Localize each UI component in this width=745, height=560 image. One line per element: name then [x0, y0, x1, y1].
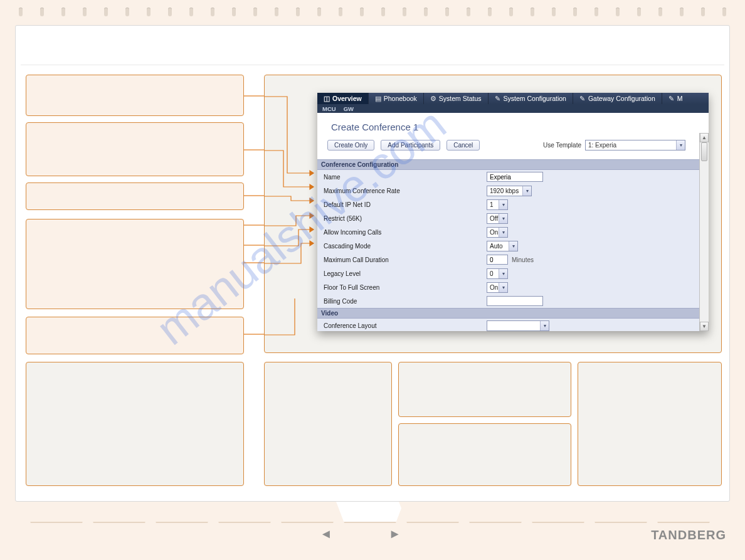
chapter-tab[interactable]: [85, 502, 153, 523]
cancel-button[interactable]: Cancel: [446, 140, 480, 151]
chevron-down-icon: ▾: [540, 321, 549, 330]
page-title: Create Conference 1: [317, 113, 699, 140]
field-max-call-duration: Maximum Call Duration Minutes: [317, 253, 699, 267]
cascading-mode-select[interactable]: Auto ▾: [487, 241, 518, 251]
vertical-scrollbar[interactable]: ▲ ▼: [699, 133, 709, 331]
svg-marker-3: [310, 213, 314, 218]
tab-label: M: [677, 95, 683, 102]
restrict-56k-select[interactable]: Off ▾: [487, 213, 508, 224]
conference-config-fields: Name Maximum Conference Rate 1920 kbps ▾: [317, 170, 699, 308]
field-floor-to-fullscreen: Floor To Full Screen On ▾: [317, 280, 699, 294]
chapter-tab[interactable]: [273, 502, 341, 523]
legacy-level-select[interactable]: 0 ▾: [487, 268, 508, 279]
tab-label: System Configuration: [504, 95, 566, 102]
app-window: ◫ Overview ▤ Phonebook ⚙ System Status ✎…: [317, 93, 709, 331]
field-label: Name: [324, 174, 487, 181]
select-value: 1920 kbps: [490, 188, 522, 194]
chapter-tab[interactable]: [524, 502, 592, 523]
select-value: Auto: [490, 243, 509, 250]
app-body: Create Conference 1 Create Only Add Part…: [317, 113, 709, 331]
field-cascading-mode: Cascading Mode Auto ▾: [317, 239, 699, 253]
tab-truncated[interactable]: ✎ M: [662, 93, 689, 104]
scroll-down-icon[interactable]: ▼: [700, 322, 709, 331]
floor-fullscreen-select[interactable]: On ▾: [487, 282, 508, 293]
allow-incoming-select[interactable]: On ▾: [487, 227, 508, 238]
tab-label: Gateway Configuration: [588, 95, 655, 102]
subnav-mcu[interactable]: MCU: [322, 105, 336, 112]
select-value: Off: [490, 215, 499, 222]
select-value: 0: [490, 270, 499, 277]
conference-layout-select[interactable]: ▾: [487, 320, 549, 331]
billing-code-input[interactable]: [487, 296, 543, 306]
scroll-up-icon[interactable]: ▲: [700, 133, 709, 142]
secondary-nav: MCU GW: [317, 104, 709, 113]
chapter-tab[interactable]: [399, 502, 467, 523]
form-content: Create Conference 1 Create Only Add Part…: [317, 113, 699, 331]
name-input[interactable]: [487, 172, 543, 182]
chevron-down-icon: ▾: [499, 200, 507, 209]
select-value: On: [490, 229, 499, 236]
field-label: Restrict (56K): [324, 215, 487, 222]
primary-nav-tabs: ◫ Overview ▤ Phonebook ⚙ System Status ✎…: [317, 93, 709, 104]
divider: [21, 65, 724, 65]
section-header-video: Video: [317, 308, 699, 319]
create-only-button[interactable]: Create Only: [327, 140, 374, 151]
field-label: Maximum Call Duration: [324, 256, 487, 263]
next-page-icon[interactable]: ►: [389, 527, 401, 541]
svg-marker-0: [310, 171, 314, 176]
chapter-tab-active[interactable]: [336, 502, 404, 523]
scroll-thumb[interactable]: [701, 142, 707, 161]
annotation-card-4: [26, 219, 244, 309]
tab-label: System Status: [439, 95, 482, 102]
field-label: Conference Layout: [324, 322, 487, 329]
bottom-panel-3b: [398, 423, 571, 486]
tool-icon: ✎: [668, 95, 675, 102]
bottom-panel-3a: [398, 362, 571, 417]
chapter-tab[interactable]: [650, 502, 717, 523]
chapter-tabs: [23, 502, 722, 523]
annotation-card-2: [26, 122, 244, 176]
field-label: Maximum Conference Rate: [324, 188, 487, 194]
section-header-conference-config: Conference Configuration: [317, 159, 699, 170]
tab-overview[interactable]: ◫ Overview: [317, 93, 369, 104]
subnav-gw[interactable]: GW: [344, 105, 354, 112]
chevron-down-icon: ▾: [676, 140, 685, 150]
book-icon: ▤: [375, 95, 381, 102]
svg-marker-5: [310, 241, 314, 246]
field-label: Default IP Net ID: [324, 201, 487, 208]
wrench-icon: ✎: [579, 95, 586, 102]
tab-label: Overview: [332, 95, 362, 102]
chapter-tab[interactable]: [587, 502, 655, 523]
max-call-duration-input[interactable]: [487, 255, 508, 265]
max-rate-select[interactable]: 1920 kbps ▾: [487, 186, 532, 196]
ip-net-id-select[interactable]: 1 ▾: [487, 199, 508, 210]
chevron-down-icon: ▾: [499, 283, 507, 292]
add-participants-button[interactable]: Add Participants: [381, 140, 440, 151]
bottom-panel-2: [264, 362, 392, 486]
chapter-tab[interactable]: [23, 502, 90, 523]
svg-marker-2: [310, 198, 314, 203]
tab-system-configuration[interactable]: ✎ System Configuration: [489, 93, 573, 104]
briefcase-icon: ◫: [324, 95, 330, 102]
chevron-down-icon: ▾: [499, 214, 507, 223]
field-default-ip-net-id: Default IP Net ID 1 ▾: [317, 198, 699, 211]
field-legacy-level: Legacy Level 0 ▾: [317, 267, 699, 280]
annotation-card-5: [26, 317, 244, 354]
tab-system-status[interactable]: ⚙ System Status: [424, 93, 489, 104]
tab-phonebook[interactable]: ▤ Phonebook: [369, 93, 424, 104]
tab-label: Phonebook: [384, 95, 417, 102]
chapter-tab[interactable]: [462, 502, 529, 523]
chevron-down-icon: ▾: [509, 241, 517, 251]
prev-page-icon[interactable]: ◄: [320, 527, 332, 541]
field-conference-layout: Conference Layout ▾: [317, 319, 699, 331]
chapter-tab[interactable]: [148, 502, 216, 523]
annotation-card-3: [26, 182, 244, 210]
field-label: Billing Code: [324, 298, 487, 305]
chapter-tab[interactable]: [211, 502, 278, 523]
use-template-select[interactable]: 1: Experia ▾: [585, 140, 685, 151]
action-row: Create Only Add Participants Cancel Use …: [317, 140, 699, 159]
tab-gateway-configuration[interactable]: ✎ Gateway Configuration: [573, 93, 662, 104]
field-max-conference-rate: Maximum Conference Rate 1920 kbps ▾: [317, 184, 699, 198]
manual-page: ◫ Overview ▤ Phonebook ⚙ System Status ✎…: [15, 25, 730, 502]
gear-icon: ⚙: [430, 95, 436, 102]
